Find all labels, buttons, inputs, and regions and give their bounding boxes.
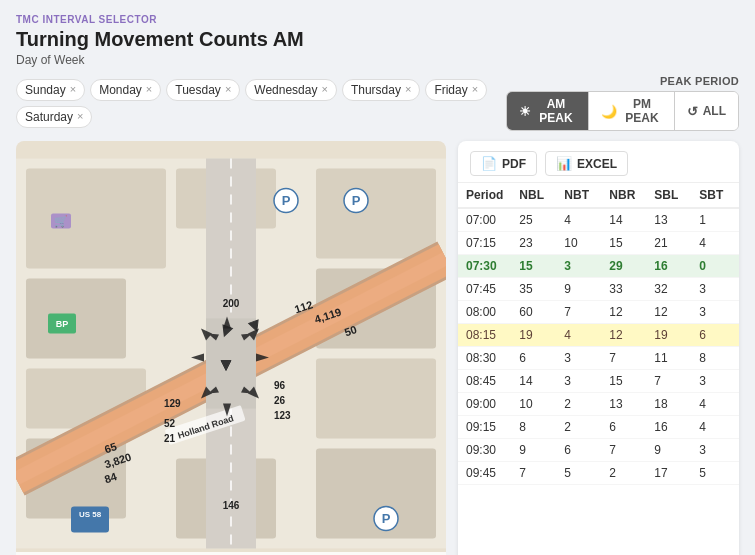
value-cell: 23 <box>511 232 556 255</box>
table-header: PeriodNBLNBTNBRSBLSBTSBR <box>458 183 739 208</box>
value-cell: 11 <box>736 347 739 370</box>
value-cell: 9 <box>736 301 739 324</box>
value-cell: 10 <box>556 232 601 255</box>
day-tag-saturday: Saturday× <box>16 106 92 128</box>
period-cell: 09:15 <box>458 416 511 439</box>
value-cell: 3 <box>736 232 739 255</box>
remove-day-thursday[interactable]: × <box>405 84 411 95</box>
value-cell: 15 <box>601 232 646 255</box>
value-cell: 8 <box>736 370 739 393</box>
value-cell: 7 <box>601 439 646 462</box>
map-panel: Holland Road 3,820 65 84 4,119 112 50 52… <box>16 141 446 555</box>
value-cell: 7 <box>646 370 691 393</box>
value-cell: 29 <box>601 255 646 278</box>
value-cell: 9 <box>556 278 601 301</box>
day-tag-friday: Friday× <box>425 79 487 101</box>
table-row: 08:15194121968 <box>458 324 739 347</box>
value-cell: 19 <box>511 324 556 347</box>
value-cell: 6 <box>511 347 556 370</box>
value-cell: 13 <box>646 208 691 232</box>
value-cell: 32 <box>646 278 691 301</box>
svg-text:🛒: 🛒 <box>54 214 68 228</box>
peak-buttons-group: ☀AM PEAK🌙PM PEAK↺ALL <box>506 91 739 131</box>
value-cell: 17 <box>646 462 691 485</box>
value-cell: 1 <box>691 208 736 232</box>
value-cell: 35 <box>511 278 556 301</box>
value-cell: 18 <box>646 393 691 416</box>
value-cell: 6 <box>556 439 601 462</box>
value-cell: 4 <box>736 208 739 232</box>
period-cell: 08:15 <box>458 324 511 347</box>
value-cell: 4 <box>556 324 601 347</box>
remove-day-saturday[interactable]: × <box>77 111 83 122</box>
value-cell: 33 <box>601 278 646 301</box>
data-panel: 📄 PDF 📊 EXCEL PeriodNBLNBTNBRSBLSBTSBR 0… <box>458 141 739 555</box>
value-cell: 4 <box>691 393 736 416</box>
peak-btn-all[interactable]: ↺ALL <box>675 92 738 130</box>
table-row: 09:309679313 <box>458 439 739 462</box>
value-cell: 4 <box>556 208 601 232</box>
svg-text:129: 129 <box>164 398 181 409</box>
value-cell: 9 <box>511 439 556 462</box>
table-row: 07:00254141314 <box>458 208 739 232</box>
value-cell: 5 <box>736 278 739 301</box>
svg-text:21: 21 <box>164 433 176 444</box>
col-header-sbr: SBR <box>736 183 739 208</box>
excel-icon: 📊 <box>556 156 572 171</box>
col-header-nbt: NBT <box>556 183 601 208</box>
peak-period-label: Peak Period <box>660 75 739 87</box>
value-cell: 2 <box>556 416 601 439</box>
remove-day-sunday[interactable]: × <box>70 84 76 95</box>
value-cell: 14 <box>511 370 556 393</box>
svg-text:BP: BP <box>56 319 69 329</box>
svg-text:52: 52 <box>164 418 176 429</box>
period-cell: 07:30 <box>458 255 511 278</box>
col-header-period: Period <box>458 183 511 208</box>
all-peak-icon: ↺ <box>687 104 698 119</box>
export-row: 📄 PDF 📊 EXCEL <box>458 141 739 183</box>
svg-text:US 58: US 58 <box>79 510 102 519</box>
value-cell: 7 <box>601 347 646 370</box>
svg-text:P: P <box>282 193 291 208</box>
period-cell: 09:45 <box>458 462 511 485</box>
value-cell: 3 <box>556 370 601 393</box>
value-cell: 13 <box>736 439 739 462</box>
pm-peak-icon: 🌙 <box>601 104 617 119</box>
export-excel-button[interactable]: 📊 EXCEL <box>545 151 628 176</box>
col-header-sbl: SBL <box>646 183 691 208</box>
peak-btn-am[interactable]: ☀AM PEAK <box>507 92 590 130</box>
table-row: 09:457521758 <box>458 462 739 485</box>
table-row: 09:001021318410 <box>458 393 739 416</box>
svg-text:96: 96 <box>274 380 286 391</box>
peak-btn-pm[interactable]: 🌙PM PEAK <box>589 92 674 130</box>
value-cell: 2 <box>601 462 646 485</box>
value-cell: 15 <box>601 370 646 393</box>
remove-day-monday[interactable]: × <box>146 84 152 95</box>
value-cell: 16 <box>646 416 691 439</box>
remove-day-tuesday[interactable]: × <box>225 84 231 95</box>
day-tag-sunday: Sunday× <box>16 79 85 101</box>
page-subtitle: Day of Week <box>16 53 739 67</box>
value-cell: 3 <box>556 255 601 278</box>
remove-day-wednesday[interactable]: × <box>321 84 327 95</box>
period-cell: 07:45 <box>458 278 511 301</box>
value-cell: 4 <box>691 232 736 255</box>
value-cell: 10 <box>736 393 739 416</box>
svg-text:200: 200 <box>223 298 240 309</box>
export-pdf-button[interactable]: 📄 PDF <box>470 151 537 176</box>
value-cell: 3 <box>691 370 736 393</box>
value-cell: 10 <box>736 416 739 439</box>
svg-rect-6 <box>316 169 436 259</box>
value-cell: 3 <box>736 255 739 278</box>
remove-day-friday[interactable]: × <box>472 84 478 95</box>
value-cell: 15 <box>511 255 556 278</box>
col-header-sbt: SBT <box>691 183 736 208</box>
col-header-nbr: NBR <box>601 183 646 208</box>
value-cell: 4 <box>691 416 736 439</box>
day-tag-tuesday: Tuesday× <box>166 79 240 101</box>
col-header-nbl: NBL <box>511 183 556 208</box>
period-cell: 08:00 <box>458 301 511 324</box>
value-cell: 8 <box>736 462 739 485</box>
value-cell: 13 <box>601 393 646 416</box>
svg-rect-2 <box>26 169 166 269</box>
